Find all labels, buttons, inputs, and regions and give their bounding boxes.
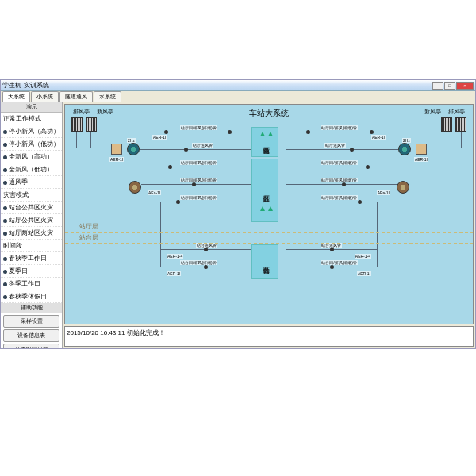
app-window: 学生机-实训系统 – □ × 大系统 小系统 隧道通风 水系统 演示 正常工作模… xyxy=(0,79,476,349)
pipe xyxy=(447,132,447,148)
sidebar-item[interactable]: 站台公共区火灾 xyxy=(1,202,62,214)
bullet-icon xyxy=(3,295,7,299)
valve-icon xyxy=(366,165,370,169)
pipe xyxy=(286,149,398,150)
valve-icon xyxy=(342,182,346,186)
sidebar-item[interactable]: 停小新风（低功） xyxy=(1,138,62,151)
equip-tag: AER-1I xyxy=(152,135,167,140)
bullet-icon xyxy=(3,130,7,134)
sidebar-item[interactable]: 站厅两站区火灾 xyxy=(1,227,62,240)
pipe xyxy=(90,132,91,148)
sidebar-item[interactable]: 春秋季工作日 xyxy=(1,252,62,265)
exhaust-grille-icon xyxy=(455,117,466,132)
duct-label: 站厅回/排风(排烟)管 xyxy=(321,178,358,182)
sidebar-item[interactable]: 通风季 xyxy=(1,176,62,189)
equip-tag: AER-1-4 xyxy=(167,254,183,259)
sidebar-item[interactable]: 正常工作模式 xyxy=(1,113,62,125)
sidebar-item[interactable]: 夏季日 xyxy=(1,265,62,278)
arrow-up-icon xyxy=(268,206,273,211)
device-info-button[interactable]: 设备信息表 xyxy=(3,329,60,342)
zone-platform-public: 站台公共区 xyxy=(251,244,278,279)
diagram-canvas: 车站大系统 排风亭 新风亭 新风亭 排风亭 站台商业区 站厅公共区 站台公共区 xyxy=(64,104,474,324)
valve-icon xyxy=(184,148,188,152)
bullet-icon xyxy=(3,143,7,147)
freq-label: 2Hz xyxy=(127,138,136,143)
valve-icon xyxy=(228,130,232,134)
fan-icon xyxy=(398,143,411,155)
level-label: 站厅层 xyxy=(79,222,98,231)
tab-bar: 大系统 小系统 隧道通风 水系统 xyxy=(1,91,475,102)
duct-label: 站厅回/排风(排烟)管 xyxy=(321,160,358,165)
bullet-icon xyxy=(3,257,7,261)
level-label: 站台层 xyxy=(79,233,98,242)
valve-icon xyxy=(350,148,354,152)
sim-time-button[interactable]: 仿真时间设置 xyxy=(3,344,60,348)
duct-label: 站厅回/排风(排烟)管 xyxy=(180,195,217,200)
log-panel: 2015/10/20 16:43:11 初始化完成！ xyxy=(64,326,474,347)
bullet-icon xyxy=(3,282,7,286)
sidebar-item[interactable]: 全新风（高功） xyxy=(1,151,62,163)
pipe xyxy=(76,132,77,148)
sidebar-item[interactable]: 时间段 xyxy=(1,240,62,252)
equip-tag: AEa-1I xyxy=(377,190,390,195)
equip-tag: AER-1I xyxy=(357,271,371,276)
sidebar-item[interactable]: 春秋季休假日 xyxy=(1,290,62,303)
titlebar: 学生机-实训系统 – □ × xyxy=(1,80,475,91)
diagram-title: 车站大系统 xyxy=(249,108,289,119)
sidebar-item[interactable]: 停小新风（高功） xyxy=(1,125,62,138)
log-entry: 2015/10/20 16:43:11 初始化完成！ xyxy=(67,329,165,336)
pipe xyxy=(377,202,378,267)
sidebar: 演示 正常工作模式 停小新风（高功） 停小新风（低功） 全新风（高功） 全新风（… xyxy=(1,102,63,348)
sampling-settings-button[interactable]: 采样设置 xyxy=(3,315,60,328)
vent-label: 排风亭 xyxy=(73,108,90,116)
valve-icon xyxy=(164,130,168,134)
pipe xyxy=(144,132,251,132)
damper-box-icon xyxy=(416,144,427,155)
minimize-button[interactable]: – xyxy=(432,82,443,90)
bullet-icon xyxy=(3,232,7,236)
zone-hall-public: 站厅公共区 xyxy=(251,159,278,222)
equip-tag: AER-1I xyxy=(371,135,386,140)
arrow-up-icon xyxy=(268,132,273,136)
bullet-icon xyxy=(3,168,7,172)
duct-label: 站厅送风管 xyxy=(192,143,213,148)
level-divider xyxy=(65,243,473,244)
pipe xyxy=(160,202,161,267)
duct-label: 站厅送风管 xyxy=(324,143,346,148)
equip-tag: AER-1I xyxy=(167,271,181,276)
close-button[interactable]: × xyxy=(456,82,474,90)
maximize-button[interactable]: □ xyxy=(444,82,455,90)
zone-commercial: 站台商业区 xyxy=(251,127,278,157)
equip-tag: AEa-1I xyxy=(148,190,161,195)
equip-tag: AER-1I xyxy=(414,157,428,162)
valve-icon xyxy=(330,265,334,269)
duct-label: 站厅回/排风(排烟)管 xyxy=(321,195,358,200)
valve-icon xyxy=(306,130,310,134)
sidebar-item[interactable]: 站厅公共区火灾 xyxy=(1,214,62,227)
valve-icon xyxy=(370,130,374,134)
duct-label: 站台回/排风(排烟)管 xyxy=(180,260,217,265)
exhaust-grille-icon xyxy=(441,117,452,132)
tab-small-system[interactable]: 小系统 xyxy=(31,91,59,102)
valve-icon xyxy=(192,182,196,186)
exhaust-grille-icon xyxy=(71,117,83,132)
sidebar-aux-header: 辅助功能 xyxy=(1,303,62,313)
pipe xyxy=(461,132,462,148)
fan-icon xyxy=(127,143,140,155)
tab-tunnel-vent[interactable]: 隧道通风 xyxy=(60,91,93,102)
sidebar-item[interactable]: 灾害模式 xyxy=(1,189,62,202)
tab-large-system[interactable]: 大系统 xyxy=(2,91,30,102)
bullet-icon xyxy=(3,219,7,223)
valve-icon xyxy=(204,265,208,269)
bullet-icon xyxy=(3,155,7,159)
tab-water-system[interactable]: 水系统 xyxy=(94,91,121,102)
sidebar-item[interactable]: 全新风（低功） xyxy=(1,163,62,176)
equip-tag: AER-1-4 xyxy=(355,254,371,259)
arrow-up-icon xyxy=(260,206,265,211)
bullet-icon xyxy=(3,206,7,210)
sidebar-item[interactable]: 冬季工作日 xyxy=(1,278,62,290)
duct-label: 站厅回/排风(排烟)管 xyxy=(180,178,217,182)
duct-label: 站台回/排风(排烟)管 xyxy=(321,260,358,265)
valve-icon xyxy=(358,200,362,204)
sidebar-header: 演示 xyxy=(1,102,62,113)
